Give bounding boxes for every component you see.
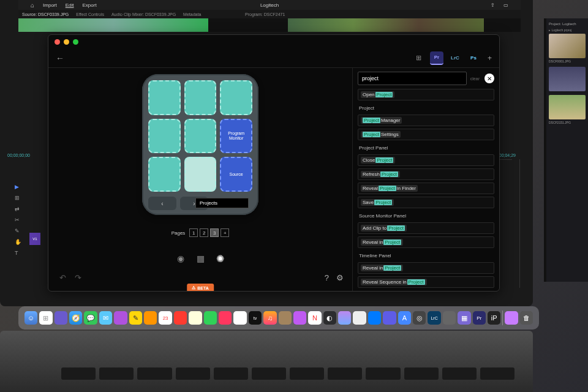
dial-view-icon[interactable]: ◉ — [175, 253, 186, 264]
hand-tool-icon[interactable]: ✋ — [15, 239, 22, 246]
back-arrow-icon[interactable]: ← — [56, 53, 64, 63]
source-tab[interactable]: Source: DSCF0339.JPG — [22, 12, 69, 17]
dock-app-2[interactable] — [114, 311, 127, 325]
clear-label[interactable]: clear — [470, 77, 480, 81]
dock-appletv-icon[interactable]: tv — [249, 311, 262, 325]
metadata-tab[interactable]: Metadata — [183, 12, 201, 17]
dock-app-13[interactable] — [383, 311, 396, 325]
dock-launchpad-icon[interactable]: ⊞ — [39, 311, 52, 325]
menu-import[interactable]: Import — [43, 2, 57, 8]
action-timeline-reveal[interactable]: Reveal in Project — [358, 262, 494, 274]
beta-badge[interactable]: ⚠BETA — [187, 284, 214, 291]
dock-app-5[interactable] — [189, 311, 202, 325]
menu-edit[interactable]: Edit — [66, 2, 74, 8]
key-7[interactable] — [148, 157, 181, 192]
action-reveal-in-project[interactable]: Reveal in Project — [358, 236, 494, 248]
zoom-window-icon[interactable] — [73, 39, 78, 45]
dock-app-12[interactable] — [368, 311, 381, 325]
key-5[interactable] — [184, 119, 217, 154]
dock-app-14[interactable]: ◎ — [413, 311, 426, 325]
help-icon[interactable]: ? — [325, 273, 329, 282]
program-tab[interactable]: Program: DSCF2471 — [245, 12, 285, 17]
video-track-label[interactable]: V1 — [29, 233, 40, 245]
effects-tab[interactable]: Effect Controls — [76, 12, 104, 17]
share-icon[interactable]: ⇪ — [491, 2, 495, 8]
dock-trash-icon[interactable]: 🗑 — [520, 311, 533, 325]
key-6-program-monitor[interactable]: Program Monitor — [220, 119, 252, 154]
app-badge-lightroom[interactable]: LrC — [448, 51, 462, 65]
clear-search-icon[interactable]: ✕ — [484, 74, 494, 83]
razor-tool-icon[interactable]: ✂ — [15, 217, 22, 224]
dock-app-1[interactable] — [55, 311, 67, 325]
search-input[interactable] — [358, 72, 467, 85]
home-icon[interactable]: ⌂ — [31, 2, 34, 9]
mon2-thumb-3[interactable] — [549, 95, 586, 119]
page-1[interactable]: 1 — [189, 228, 198, 237]
dock-mail-icon[interactable]: ✉ — [99, 311, 112, 325]
dock-app-10[interactable] — [338, 311, 351, 325]
grid-view-icon-2[interactable]: ▦ — [195, 253, 206, 264]
add-app-button[interactable]: + — [488, 54, 492, 62]
track-select-icon[interactable]: ⊞ — [15, 195, 22, 202]
macos-dock[interactable]: ☺ ⊞ 🧭 💬 ✉ ✎ 23 tv ♫ N ◐ A ◎ LrC ▦ Pr iP … — [18, 306, 539, 330]
mixer-tab[interactable]: Audio Clip Mixer: DSCF0339.JPG — [111, 12, 176, 17]
dock-app-16[interactable]: ▦ — [458, 311, 470, 325]
key-3[interactable] — [220, 80, 252, 115]
dock-podcasts-icon[interactable] — [293, 311, 306, 325]
page-prev-button[interactable]: ‹ — [148, 197, 176, 210]
workspace-icon[interactable]: ▭ — [503, 2, 508, 8]
key-8[interactable] — [184, 157, 217, 192]
dock-notes-icon[interactable]: ✎ — [129, 311, 142, 325]
dock-news-icon[interactable]: N — [308, 311, 321, 325]
close-window-icon[interactable] — [55, 39, 60, 45]
action-project-manager[interactable]: Project Manager — [358, 115, 494, 126]
key-4[interactable] — [148, 119, 181, 154]
action-open-project[interactable]: Open Project — [358, 89, 494, 100]
gear-icon[interactable]: ⚙ — [336, 273, 344, 282]
dock-app-8[interactable] — [233, 311, 246, 325]
dock-app-15[interactable] — [443, 311, 456, 325]
action-reveal-finder[interactable]: Reveal Project in Finder — [358, 183, 494, 194]
dock-safari-icon[interactable]: 🧭 — [69, 311, 82, 325]
minimize-window-icon[interactable] — [64, 39, 69, 45]
dock-lightroom-icon[interactable]: LrC — [428, 311, 440, 325]
window-titlebar[interactable] — [48, 35, 499, 48]
action-add-clip[interactable]: Add Clip to Project — [358, 222, 494, 234]
selection-tool-icon[interactable]: ▶ — [15, 184, 22, 191]
action-save-project[interactable]: Save Project — [358, 197, 494, 208]
page-2[interactable]: 2 — [200, 228, 208, 237]
key-9-source[interactable]: Source — [220, 157, 252, 192]
dock-app-9[interactable] — [279, 311, 292, 325]
dock-app-4[interactable] — [174, 311, 187, 325]
dock-app-11[interactable] — [353, 311, 366, 325]
mon2-thumb-1[interactable] — [549, 34, 586, 58]
action-refresh-project[interactable]: Refresh Project — [358, 168, 494, 180]
grid-view-icon[interactable]: ⊞ — [416, 54, 421, 62]
dock-messages-icon[interactable]: 💬 — [84, 311, 97, 325]
redo-icon[interactable]: ↷ — [75, 273, 81, 282]
ripple-tool-icon[interactable]: ⇄ — [15, 206, 22, 213]
action-project-settings[interactable]: Project Settings — [358, 129, 494, 140]
undo-icon[interactable]: ↶ — [59, 273, 66, 282]
dock-app-18[interactable] — [505, 311, 518, 325]
action-close-project[interactable]: Close Project — [358, 154, 494, 166]
dock-app-7[interactable] — [219, 311, 232, 325]
mon2-thumb-2[interactable] — [549, 67, 586, 91]
action-reveal-sequence[interactable]: Reveal Sequence in Project — [358, 276, 494, 288]
mon2-item[interactable]: ▸ Logitech.prproj — [549, 28, 586, 32]
menu-export[interactable]: Export — [83, 2, 97, 8]
dock-music-icon[interactable]: ♫ — [263, 311, 276, 325]
type-tool-icon[interactable]: T — [15, 250, 22, 257]
app-badge-photoshop[interactable]: Ps — [467, 51, 480, 65]
key-1[interactable] — [148, 80, 181, 115]
app-badge-premiere[interactable]: Pr — [430, 51, 443, 65]
dock-app-3[interactable] — [144, 311, 157, 325]
pen-tool-icon[interactable]: ✎ — [15, 228, 22, 235]
dock-app-17[interactable]: iP — [488, 311, 500, 325]
dock-premiere-icon[interactable]: Pr — [473, 311, 486, 325]
dock-calendar-icon[interactable]: 23 — [159, 311, 172, 325]
page-3[interactable]: 3 — [210, 228, 219, 237]
settings-wheel-icon[interactable]: ✺ — [214, 253, 225, 264]
key-2[interactable] — [184, 80, 217, 115]
dock-finder-icon[interactable]: ☺ — [24, 311, 37, 325]
